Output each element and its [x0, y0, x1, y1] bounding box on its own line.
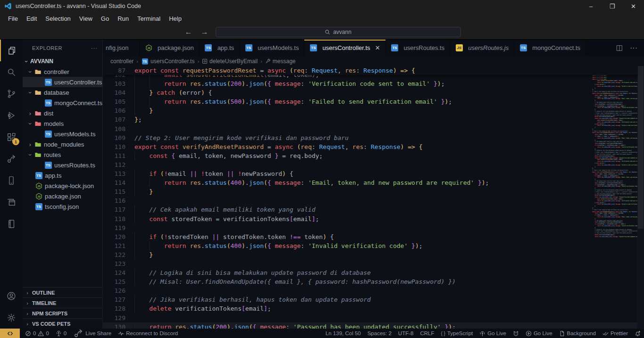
status-indentation[interactable]: Spaces: 2 — [364, 329, 395, 338]
status-encoding[interactable]: UTF-8 — [395, 329, 417, 338]
restore-button[interactable]: ❐ — [602, 0, 623, 12]
activity-explorer-icon[interactable] — [0, 40, 23, 61]
tree-file-package.json[interactable]: JSpackage.json — [23, 191, 102, 201]
menu-terminal[interactable]: Terminal — [133, 14, 165, 24]
code-line-110[interactable]: 110 export const verifyAndResetPassword … — [103, 142, 637, 151]
code-line-119[interactable]: 119 — [103, 223, 637, 232]
scrollbar-slider[interactable] — [638, 66, 644, 229]
tab-usersRoutes.ts[interactable]: TSusersRoutes.ts — [386, 40, 451, 56]
status-notifications[interactable] — [631, 329, 644, 338]
menu-file[interactable]: File — [4, 14, 22, 24]
code-line-124[interactable]: 124 // Logika di sini bisa melakukan upd… — [103, 268, 637, 277]
code-line-130[interactable]: 130 return res.status(200).json({ messag… — [103, 322, 637, 329]
tree-file-usersRoutes.ts[interactable]: TSusersRoutes.ts — [23, 160, 102, 170]
status-remote[interactable] — [0, 329, 20, 338]
breadcrumb-deleteUserByEmail[interactable]: deleteUserByEmail — [202, 58, 258, 65]
code-line-107[interactable]: 107 }; — [103, 115, 637, 124]
close-button[interactable]: ✕ — [623, 0, 644, 12]
nav-back-button[interactable]: ← — [184, 28, 194, 36]
minimap[interactable]: import { x } from 'mod';import { x } fro… — [592, 66, 637, 288]
section-vs-code-pets[interactable]: ›VS CODE PETS — [23, 318, 102, 329]
status-problems[interactable]: 0 0 — [22, 329, 52, 338]
section-outline[interactable]: ›OUTLINE — [23, 287, 102, 297]
editor-more-actions-icon[interactable]: ··· — [630, 44, 637, 52]
tree-folder-models[interactable]: ›models — [23, 118, 102, 129]
tree-file-tsconfig.json[interactable]: TStsconfig.json — [23, 201, 102, 212]
tree-folder-routes[interactable]: ›routes — [23, 149, 102, 160]
tree-folder-dist[interactable]: ›dist — [23, 108, 102, 118]
code-line-114[interactable]: 114 return res.status(400).json({ messag… — [103, 178, 637, 187]
code-editor[interactable]: 102 await sendVerificationEmail(email, t… — [103, 66, 644, 329]
code-line-129[interactable]: 129 — [103, 313, 637, 322]
tab-package.json[interactable]: JSpackage.json — [140, 40, 200, 56]
activity-run-debug-icon[interactable] — [0, 105, 23, 126]
code-line-125[interactable]: 125 // Misal: User.findOneAndUpdate({ em… — [103, 277, 637, 286]
code-line-128[interactable]: 128 delete verificationTokens[email]; — [103, 304, 637, 313]
activity-notebook-icon[interactable] — [0, 213, 23, 235]
code-line-105[interactable]: 105 return res.status(500).json({ messag… — [103, 97, 637, 106]
status-live-share[interactable]: Live Share — [70, 329, 115, 338]
explorer-actions-button[interactable]: ··· — [91, 45, 98, 51]
nav-forward-button[interactable]: → — [200, 28, 210, 36]
menu-run[interactable]: Run — [113, 14, 133, 24]
tree-folder-controller[interactable]: ›controller — [23, 66, 102, 77]
code-line-111[interactable]: 111 const { email, token, newPassword } … — [103, 151, 637, 160]
menu-selection[interactable]: Selection — [41, 14, 75, 24]
activity-account-icon[interactable] — [0, 285, 23, 307]
activity-settings-icon[interactable] — [0, 307, 23, 329]
section-npm-scripts[interactable]: ›NPM SCRIPTS — [23, 308, 102, 318]
code-line-123[interactable]: 123 — [103, 259, 637, 268]
tree-file-package-lock.json[interactable]: JSpackage-lock.json — [23, 181, 102, 191]
section-timeline[interactable]: ›TIMELINE — [23, 297, 102, 308]
code-line-115[interactable]: 115 } — [103, 187, 637, 196]
status-ports[interactable]: 0 — [52, 329, 70, 338]
code-line-118[interactable]: 118 const storedToken = verificationToke… — [103, 214, 637, 223]
code-line-103[interactable]: 103 return res.status(200).json({ messag… — [103, 79, 637, 88]
menu-view[interactable]: View — [75, 14, 97, 24]
code-line-126[interactable]: 126 — [103, 286, 637, 295]
tab-mongoConnect.ts[interactable]: TSmongoConnect.ts — [514, 40, 586, 56]
code-line-120[interactable]: 120 if (!storedToken || storedToken.toke… — [103, 232, 637, 241]
tab-usersRoutes.js[interactable]: JSusersRoutes.js — [450, 40, 514, 56]
code-line-104[interactable]: 104 } catch (error) { — [103, 88, 637, 97]
tree-root[interactable]: ›AVVANN — [23, 56, 102, 66]
tab-app.ts[interactable]: TSapp.ts — [200, 40, 240, 56]
code-line-87[interactable]: 87 export const requestPasswordReset = a… — [103, 66, 637, 75]
code-line-122[interactable]: 122 } — [103, 250, 637, 259]
tree-folder-database[interactable]: ›database — [23, 87, 102, 98]
activity-browser-preview-icon[interactable] — [0, 191, 23, 213]
menu-edit[interactable]: Edit — [22, 14, 41, 24]
status-go-live-play[interactable]: Go Live — [522, 329, 556, 338]
menu-go[interactable]: Go — [97, 14, 113, 24]
activity-search-icon[interactable] — [0, 61, 23, 83]
split-editor-icon[interactable] — [616, 44, 623, 52]
tree-file-app.ts[interactable]: TSapp.ts — [23, 170, 102, 181]
tab-nfig.json[interactable]: nfig.json — [103, 40, 140, 56]
code-line-109[interactable]: 109 // Step 2: User mengirim kode verifi… — [103, 133, 637, 142]
status-go-live-broadcast[interactable]: Go Live — [476, 329, 510, 338]
tree-file-usersModels.ts[interactable]: TSusersModels.ts — [23, 129, 102, 139]
code-line-106[interactable]: 106 } — [103, 106, 637, 115]
tree-folder-node_modules[interactable]: ›node_modules — [23, 139, 102, 149]
tree-file-mongoConnect.ts[interactable]: TSmongoConnect.ts — [23, 98, 102, 108]
code-line-117[interactable]: 117 // Cek apakah email memiliki token y… — [103, 205, 637, 214]
tab-usersController.ts[interactable]: TSusersController.ts✕ — [304, 40, 385, 56]
breadcrumb-message[interactable]: message — [265, 58, 296, 65]
breadcrumb-usersController.ts[interactable]: TSusersController.ts — [141, 58, 194, 65]
breadcrumb-controller[interactable]: controller — [110, 58, 134, 65]
code-line-121[interactable]: 121 return res.status(400).json({ messag… — [103, 241, 637, 250]
activity-extensions-icon[interactable]: 1 — [0, 126, 23, 148]
sticky-scroll-line[interactable]: 87 export const requestPasswordReset = a… — [103, 66, 637, 75]
code-line-113[interactable]: 113 if (!email || !token || !newPassword… — [103, 169, 637, 178]
status-cursor-position[interactable]: Ln 139, Col 50 — [322, 329, 364, 338]
tree-file-usersController.ts[interactable]: TSusersController.ts — [23, 77, 102, 87]
tab-close-icon[interactable]: ✕ — [375, 44, 380, 51]
menu-help[interactable]: Help — [165, 14, 186, 24]
status-prettier[interactable]: Prettier — [599, 329, 631, 338]
status-eol[interactable]: CRLF — [417, 329, 437, 338]
code-line-127[interactable]: 127 // Jika verifikasi berhasil, hapus t… — [103, 295, 637, 304]
status-discord[interactable]: Reconnect to Discord — [115, 329, 181, 338]
code-line-116[interactable]: 116 — [103, 196, 637, 205]
status-pets-cat[interactable] — [510, 329, 522, 338]
status-language[interactable]: { } TypeScript — [437, 329, 476, 338]
